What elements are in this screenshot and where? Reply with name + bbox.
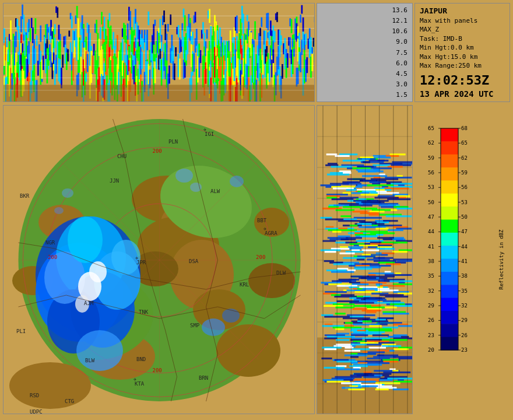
height-label-1: 13.6 bbox=[392, 6, 408, 14]
vertical-profile-canvas bbox=[317, 106, 413, 414]
radar-time: 12:02:53Z bbox=[420, 74, 505, 88]
color-scale-panel bbox=[414, 105, 510, 414]
color-scale-canvas bbox=[414, 105, 510, 414]
min-height: Min Hgt:0.0 km bbox=[420, 43, 505, 52]
info-panel: JAIPUR Max with panels MAX_Z Task: IMD-B… bbox=[414, 3, 510, 102]
product-type: MAX_Z bbox=[420, 25, 505, 34]
height-label-2: 12.1 bbox=[392, 17, 408, 24]
height-axis-labels: 13.6 12.1 10.6 9.0 7.5 6.0 4.5 3.0 1.5 bbox=[317, 4, 412, 102]
vertical-profile-panel bbox=[317, 105, 413, 414]
task-info: Task: IMD-B bbox=[420, 34, 505, 43]
radar-canvas bbox=[3, 106, 315, 414]
max-range: Max Range:250 km bbox=[420, 61, 505, 70]
top-radar-canvas bbox=[3, 4, 315, 102]
height-label-7: 4.5 bbox=[396, 70, 407, 78]
main-container: 13.6 12.1 10.6 9.0 7.5 6.0 4.5 3.0 1.5 J… bbox=[0, 0, 513, 420]
top-panel bbox=[3, 3, 315, 102]
radar-map bbox=[3, 105, 315, 414]
height-label-6: 6.0 bbox=[396, 60, 407, 67]
height-axis-panel: 13.6 12.1 10.6 9.0 7.5 6.0 4.5 3.0 1.5 bbox=[317, 3, 413, 102]
product-name: Max with panels bbox=[420, 16, 505, 25]
max-height: Max Hgt:15.0 km bbox=[420, 52, 505, 61]
station-name: JAIPUR bbox=[420, 6, 505, 15]
height-label-8: 3.0 bbox=[396, 80, 407, 88]
height-label-3: 10.6 bbox=[392, 27, 408, 35]
height-label-9: 1.5 bbox=[396, 91, 407, 99]
height-label-4: 9.0 bbox=[396, 38, 407, 46]
height-label-5: 7.5 bbox=[396, 49, 407, 57]
radar-date: 13 APR 2024 UTC bbox=[420, 89, 505, 99]
